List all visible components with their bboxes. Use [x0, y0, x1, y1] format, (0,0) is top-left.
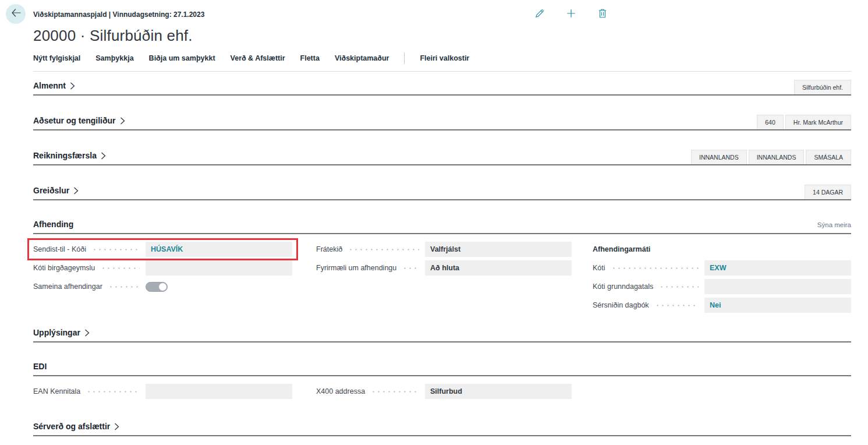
field-label-fyrirmaeli: Fyrirmæli um afhendingu: [316, 264, 396, 272]
section-afhending-title: Afhending: [33, 220, 73, 229]
field-input-fratekid[interactable]: Valfrjálst: [425, 242, 572, 257]
field-row-koti: Kóti EXW: [593, 260, 851, 276]
show-more-link[interactable]: Sýna meira: [817, 221, 851, 233]
back-button[interactable]: [6, 4, 26, 24]
dotted-leader: [402, 267, 419, 269]
section-afhending-header: Afhending Sýna meira: [33, 220, 851, 234]
section-serverd-header[interactable]: Sérverð og afslættir: [33, 422, 119, 435]
section-reikningsfaersla-title: Reikningsfærsla: [33, 151, 97, 160]
field-row-sameina-afhendingar: Sameina afhendingar: [33, 279, 292, 294]
edit-pencil-icon[interactable]: [534, 8, 545, 19]
field-row-ean-kennitala: EAN Kennitala: [33, 384, 292, 399]
field-input-koti-grunndagatals[interactable]: [704, 279, 851, 294]
field-label-x400-addressa: X400 addressa: [316, 387, 365, 395]
field-label-sameina-afhendingar: Sameina afhendingar: [33, 282, 102, 291]
field-label-fratekid: Frátekið: [316, 245, 342, 253]
section-edi-header: EDI: [33, 362, 851, 376]
edi-fields: EAN Kennitala X400 addressa Silfurbud: [33, 384, 851, 402]
group-label-afhendingarmati: Afhendingarmáti: [593, 245, 650, 253]
section-serverd: Sérverð og afslættir: [33, 422, 851, 436]
page-action-icons: [534, 8, 608, 19]
field-row-sendist-til-kodi: Sendist-til - Kóði HÚSAVÍK: [33, 242, 292, 257]
section-reikningsfaersla-badges: INNANLANDS INNANLANDS SMÁSALA: [691, 150, 851, 164]
delete-trash-icon[interactable]: [597, 8, 608, 19]
back-arrow-icon: [11, 9, 21, 19]
field-input-x400-addressa[interactable]: Silfurbud: [425, 384, 572, 399]
dotted-leader: [655, 305, 699, 306]
field-row-x400-addressa: X400 addressa Silfurbud: [316, 384, 572, 399]
badge-customer-posting-group[interactable]: SMÁSALA: [806, 150, 851, 164]
section-adsetur-title: Aðsetur og tengiliður: [33, 116, 116, 125]
toggle-knob: [159, 283, 166, 291]
field-label-koti-grunndagatals: Kóti grunndagatals: [593, 282, 653, 291]
field-label-koti-birgdageymslu: Kóti birgðageymslu: [33, 264, 95, 272]
field-row-koti-grunndagatals: Kóti grunndagatals: [593, 279, 851, 294]
badge-company-name[interactable]: Silfurbúðin ehf.: [794, 80, 851, 94]
field-row-fratekid: Frátekið Valfrjálst: [316, 242, 572, 257]
section-adsetur-badges: 640 Hr. Mark McArthur: [757, 115, 851, 129]
field-row-sersnidin-dagbok: Sérsniðin dagbók Nei: [593, 298, 851, 313]
field-input-koti-birgdageymslu[interactable]: [146, 260, 292, 276]
field-label-sendist-til-kodi: Sendist-til - Kóði: [33, 245, 86, 253]
dotted-leader: [348, 249, 419, 250]
badge-contact-name[interactable]: Hr. Mark McArthur: [785, 115, 851, 129]
section-afhending-title-wrap[interactable]: Afhending: [33, 220, 73, 233]
toggle-wrap: [146, 282, 292, 292]
field-input-ean-kennitala[interactable]: [146, 384, 292, 399]
action-bar: Nýtt fylgiskjal Samþykkja Biðja um samþy…: [33, 45, 851, 72]
badge-gen-bus-posting-group[interactable]: INNANLANDS: [691, 150, 747, 164]
menu-item-bidja-um-samthykkt[interactable]: Biðja um samþykkt: [149, 54, 215, 62]
field-input-fyrirmaeli[interactable]: Að hluta: [425, 260, 572, 276]
dotted-leader: [371, 391, 419, 393]
dotted-leader: [101, 267, 140, 269]
field-input-koti[interactable]: EXW: [704, 260, 851, 276]
dotted-leader: [86, 391, 140, 393]
section-greidslur-header[interactable]: Greiðslur: [33, 186, 79, 199]
section-reikningsfaersla: Reikningsfærsla INNANLANDS INNANLANDS SM…: [33, 150, 851, 165]
field-label-sersnidin-dagbok: Sérsniðin dagbók: [593, 301, 649, 309]
section-greidslur-title: Greiðslur: [33, 186, 69, 195]
menu-item-fleiri-valkostir[interactable]: Fleiri valkostir: [420, 54, 469, 62]
field-label-koti: Kóti: [593, 264, 605, 272]
field-input-sersnidin-dagbok[interactable]: Nei: [704, 298, 851, 313]
top-bar: Viðskiptamannaspjald | Vinnudagsetning: …: [0, 0, 868, 26]
chevron-right-icon: [73, 187, 79, 195]
dotted-leader: [659, 286, 699, 288]
section-almennt-badges: Silfurbúðin ehf.: [794, 80, 851, 94]
chevron-right-icon: [70, 82, 75, 90]
section-greidslur-badges: 14 DAGAR: [805, 185, 851, 199]
section-greidslur: Greiðslur 14 DAGAR: [33, 185, 851, 200]
action-bar-divider: [404, 52, 405, 64]
field-label-ean-kennitala: EAN Kennitala: [33, 387, 80, 395]
dotted-leader: [108, 286, 140, 288]
section-adsetur: Aðsetur og tengiliður 640 Hr. Mark McArt…: [33, 115, 851, 130]
section-serverd-title: Sérverð og afslættir: [33, 422, 110, 431]
dotted-leader: [611, 267, 699, 269]
section-upplysingar: Upplýsingar: [33, 328, 851, 342]
menu-item-nytt-fylgiskjal[interactable]: Nýtt fylgiskjal: [33, 54, 80, 62]
field-group-afhendingarmati: Afhendingarmáti: [593, 242, 851, 257]
field-input-sendist-til-kodi[interactable]: HÚSAVÍK: [146, 242, 292, 257]
chevron-right-icon: [84, 329, 90, 337]
section-edi-title-wrap[interactable]: EDI: [33, 362, 47, 375]
menu-item-samthykkja[interactable]: Samþykkja: [95, 54, 133, 62]
section-upplysingar-header[interactable]: Upplýsingar: [33, 328, 90, 341]
afhending-fields: Sendist-til - Kóði HÚSAVÍK Kóti birgðage…: [33, 242, 851, 316]
add-plus-icon[interactable]: [566, 8, 576, 19]
breadcrumb[interactable]: Viðskiptamannaspjald | Vinnudagsetning: …: [33, 10, 204, 19]
customer-card-page: 20000 · Silfurbúðin ehf. Nýtt fylgiskjal…: [0, 27, 868, 436]
sameina-afhendingar-toggle[interactable]: [146, 282, 168, 292]
chevron-right-icon: [114, 423, 119, 430]
badge-post-code[interactable]: 640: [757, 115, 784, 129]
section-reikningsfaersla-header[interactable]: Reikningsfærsla: [33, 151, 106, 164]
menu-item-vidskiptamadur[interactable]: Viðskiptamaður: [335, 54, 389, 62]
section-almennt-title: Almennt: [33, 81, 66, 90]
badge-payment-terms[interactable]: 14 DAGAR: [805, 185, 851, 199]
dotted-leader: [92, 249, 140, 250]
badge-vat-bus-posting-group[interactable]: INNANLANDS: [749, 150, 805, 164]
section-almennt-header[interactable]: Almennt: [33, 81, 75, 94]
menu-item-verd-afslaettir[interactable]: Verð & Afslættir: [231, 54, 285, 62]
chevron-right-icon: [120, 117, 125, 125]
section-adsetur-header[interactable]: Aðsetur og tengiliður: [33, 116, 125, 129]
menu-item-fletta[interactable]: Fletta: [300, 54, 320, 62]
